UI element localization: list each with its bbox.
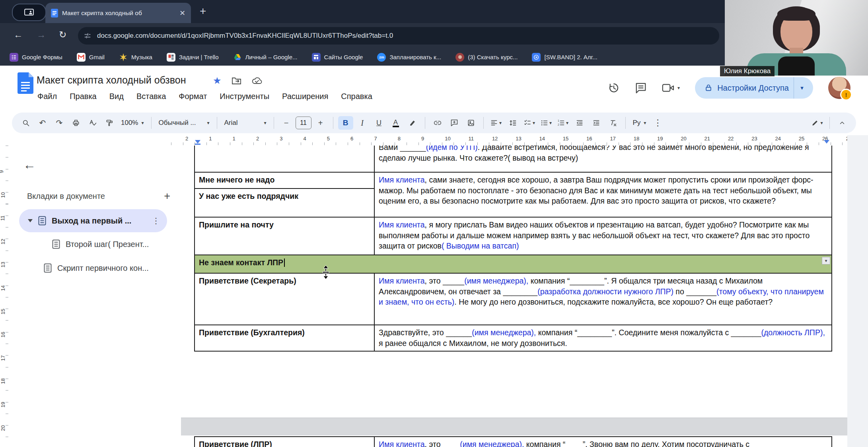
menu-help[interactable]: Справка (341, 92, 372, 101)
bookmark-music[interactable]: Музыка (119, 53, 152, 62)
highlight-button[interactable] (405, 116, 420, 130)
align-button[interactable]: ▾ (488, 116, 504, 130)
table-body-cell[interactable]: Здравствуйте, это ______(имя менеджера),… (374, 325, 832, 351)
font-size-input[interactable]: 11 (296, 117, 311, 129)
star-icon[interactable]: ★ (213, 75, 222, 86)
paint-format-button[interactable] (102, 116, 117, 130)
table-label-cell[interactable]: У нас уже есть подрядчик (195, 189, 374, 217)
bookmark-download-course[interactable]: (3) Скачать курс... (455, 53, 518, 62)
cell-dropdown-icon[interactable]: ▾ (822, 257, 830, 264)
tab-close-icon[interactable]: ✕ (179, 10, 185, 17)
table-label-cell[interactable]: Пришлите на почту (195, 217, 374, 255)
table-label-cell[interactable]: Мне ничего не надо (195, 172, 374, 189)
new-tab-button[interactable]: + (200, 5, 206, 17)
table-label-cell[interactable]: Приветствие (Бухгалтерия) (195, 325, 374, 351)
bookmark-google-forms[interactable]: Google Формы (10, 53, 62, 62)
sidebar-item-tab2[interactable]: Второй шаг( Презент... (52, 239, 149, 249)
insert-image-button[interactable] (463, 116, 479, 130)
table-body-cell[interactable]: Имя клиента, это ____(имя менеджера), ко… (374, 437, 832, 447)
bookmark-gmail[interactable]: Gmail (77, 53, 105, 62)
spellcheck-button[interactable] (85, 116, 100, 130)
checklist-button[interactable]: ▾ (522, 116, 537, 130)
bold-button[interactable]: B (338, 116, 353, 130)
body-text: Мне ничего не надо (199, 175, 274, 184)
bookmark-drive[interactable]: Личный – Google... (233, 53, 298, 62)
back-button[interactable]: ← (14, 29, 23, 40)
vertical-ruler[interactable]: 91011121314151617181920 (0, 146, 9, 447)
more-options-button[interactable]: ⋮ (650, 116, 665, 130)
add-comment-button[interactable] (447, 116, 462, 130)
tab-options-icon[interactable]: ⋮ (152, 216, 160, 225)
meet-button[interactable]: ▾ (662, 83, 680, 93)
menu-view[interactable]: Вид (109, 92, 124, 101)
decrease-indent-button[interactable] (572, 116, 587, 130)
undo-button[interactable]: ↶ (35, 116, 50, 130)
menu-edit[interactable]: Правка (70, 92, 97, 101)
hide-menus-button[interactable] (835, 116, 850, 130)
back-arrow-icon[interactable]: ← (23, 157, 36, 172)
bookmark-trello[interactable]: Задачи | Trello (167, 53, 219, 62)
tab-search-button[interactable] (12, 4, 46, 21)
share-dropdown[interactable]: ▾ (794, 77, 810, 99)
editing-mode-button[interactable]: ▾ (810, 116, 825, 130)
table-body-cell[interactable]: Вами ______(идем по УТП). Давайте встрет… (374, 146, 832, 172)
chevron-down-icon[interactable] (28, 219, 33, 222)
comments-icon[interactable] (635, 82, 647, 94)
bulleted-list-button[interactable]: ▾ (539, 116, 554, 130)
bookmark-swband[interactable]: [SW.BAND] 2. Алг... (532, 53, 597, 62)
horizontal-ruler[interactable]: 2112345678910111213141516171819202122232… (171, 135, 859, 146)
table-label-cell[interactable]: Не знаем контакт ЛПР▾ (195, 255, 832, 273)
sidebar-item-tab1[interactable]: Выход на первый ... ⋮ (19, 209, 167, 232)
address-bar[interactable]: docs.google.com/document/d/1qoxIRjbmmTV0… (78, 27, 719, 45)
zoom-select[interactable]: 100%▾ (119, 116, 146, 130)
sidebar-item-tab3[interactable]: Скрипт первичного кон... (44, 263, 149, 273)
menu-extensions[interactable]: Расширения (282, 92, 328, 101)
insert-link-button[interactable] (430, 116, 445, 130)
menu-insert[interactable]: Вставка (136, 92, 166, 101)
site-settings-icon[interactable] (84, 32, 91, 40)
forward-button[interactable]: → (37, 29, 46, 40)
table-body-cell[interactable]: Имя клиента, это _____(имя менеджера), к… (374, 273, 832, 325)
increase-indent-button[interactable] (589, 116, 604, 130)
text-color-button[interactable]: A (388, 116, 403, 130)
search-menus-button[interactable] (18, 116, 33, 130)
decrease-font-button[interactable]: − (279, 116, 294, 130)
document-title[interactable]: Макет скрипта холодный обзвон (37, 74, 186, 86)
reload-button[interactable]: ↻ (59, 29, 66, 40)
move-folder-icon[interactable] (232, 77, 241, 85)
version-history-icon[interactable] (608, 82, 620, 94)
first-line-indent-marker[interactable] (195, 144, 200, 145)
devices-icon (24, 8, 34, 16)
share-button[interactable]: Настройки Доступа ▾ (695, 77, 813, 99)
menu-tools[interactable]: Инструменты (220, 92, 269, 101)
table-label-cell[interactable] (195, 146, 374, 172)
menu-format[interactable]: Формат (179, 92, 207, 101)
input-tools-button[interactable]: Ру▾ (631, 116, 649, 130)
right-indent-marker[interactable] (824, 140, 829, 144)
print-button[interactable] (68, 116, 84, 130)
add-tab-button[interactable]: + (164, 190, 170, 202)
left-indent-marker[interactable] (195, 140, 200, 144)
bookmark-zoom[interactable]: zm Запланировать к... (377, 53, 441, 62)
increase-font-button[interactable]: + (313, 116, 328, 130)
document-page-2[interactable]: Приветствие (ЛПР)Имя клиента, это ____(и… (181, 435, 847, 447)
menu-file[interactable]: Файл (37, 92, 57, 101)
numbered-list-button[interactable]: 12▾ (555, 116, 570, 130)
paragraph-style-select[interactable]: Обычный ...▾ (156, 116, 212, 130)
italic-button[interactable]: I (355, 116, 370, 130)
bookmark-google-sites[interactable]: Сайты Google (312, 53, 363, 62)
table-label-cell[interactable]: Приветствие (Секретарь) (195, 273, 374, 325)
clear-formatting-button[interactable] (605, 116, 621, 130)
table-body-cell[interactable]: Имя клиента, я могу прислать Вам видео н… (374, 217, 832, 255)
account-avatar[interactable]: ! (828, 77, 850, 99)
redo-button[interactable]: ↷ (52, 116, 67, 130)
cloud-status-icon[interactable] (252, 77, 262, 85)
line-spacing-button[interactable] (505, 116, 520, 130)
browser-tab-active[interactable]: Макет скрипта холодный об ✕ (45, 3, 191, 23)
underline-button[interactable]: U (372, 116, 387, 130)
table-label-cell[interactable]: Приветствие (ЛПР) (195, 437, 374, 447)
google-docs-logo[interactable] (18, 72, 33, 95)
table-body-cell[interactable]: Имя клиента, сами знаете, сегодня все хо… (374, 172, 832, 217)
font-select[interactable]: Arial▾ (222, 116, 269, 130)
document-page-1[interactable]: Вами ______(идем по УТП). Давайте встрет… (181, 146, 847, 418)
